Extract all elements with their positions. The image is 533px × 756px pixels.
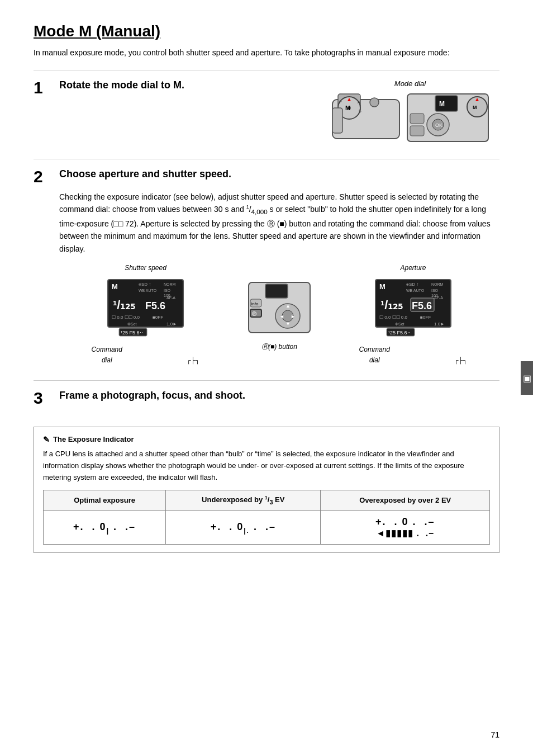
svg-text:►: ► [291, 314, 296, 319]
svg-text:WB AUTO: WB AUTO [406, 289, 425, 292]
step-3-container: 3 Frame a photograph, focus, and shoot. [34, 380, 499, 421]
mode-dial-diagram: M A S P M [321, 91, 499, 144]
svg-text:OK: OK [435, 122, 442, 128]
tab-icon: ▣ [523, 373, 531, 384]
camera-back-view-svg: M M OK [404, 91, 491, 144]
svg-text:✙Set: ✙Set [395, 322, 404, 326]
command-dial-label-right: Commanddial [359, 344, 390, 366]
shutter-display-svg: M ⎈SD ↑ NORM WB AUTO ISO 100 ¹/₁₂₅ F5.6 … [105, 277, 186, 338]
svg-text:WB AUTO: WB AUTO [139, 289, 157, 292]
svg-rect-39 [265, 284, 288, 298]
step-2-container: 2 Choose aperture and shutter speed. Che… [34, 159, 499, 375]
page-number: 71 [491, 730, 499, 739]
svg-text:☐ 0.0 ☐☐ 0.0: ☐ 0.0 ☐☐ 0.0 [112, 315, 140, 320]
svg-text:P: P [339, 100, 342, 104]
tab-indicator: ▣ [521, 361, 533, 395]
svg-text:M: M [345, 105, 350, 111]
page-title: Mode M (Manual) [34, 22, 499, 40]
svg-text:■0FF: ■0FF [420, 315, 431, 320]
svg-text:AF-A: AF-A [166, 296, 175, 300]
shutter-speed-label: Shutter speed [59, 263, 232, 273]
svg-point-9 [370, 98, 379, 107]
svg-text:S: S [359, 109, 361, 113]
svg-text:◄: ◄ [279, 314, 284, 319]
svg-text:NORM: NORM [164, 282, 176, 286]
svg-text:¹/₁₂₅: ¹/₁₂₅ [113, 298, 135, 312]
step-2-number: 2 [34, 168, 50, 185]
svg-text:¹/₁₂₅: ¹/₁₂₅ [380, 298, 403, 312]
svg-text:■0FF: ■0FF [153, 315, 163, 320]
aperture-label: Aperture [327, 263, 499, 273]
aperture-group: Aperture M ⎈SD ↑ NORM WB AUTO ISO 100 ¹/… [327, 263, 499, 366]
svg-text:Info: Info [251, 301, 259, 306]
note-title: ✎ The Exposure Indicator [43, 435, 490, 444]
svg-text:1.0►: 1.0► [434, 322, 445, 327]
svg-text:F5.6: F5.6 [145, 300, 165, 311]
svg-rect-17 [410, 114, 424, 124]
exposure-row: +. . 0| . .– +. . 0|. . .– +. . 0 . .– ◄… [44, 511, 490, 545]
exposure-cell-optimal: +. . 0| . .– [44, 511, 166, 545]
svg-text:A: A [358, 100, 360, 104]
svg-text:⎈SD ↑: ⎈SD ↑ [406, 282, 418, 287]
exposure-cell-over: +. . 0 . .– ◄▮▮▮▮▮ . .– [321, 511, 490, 545]
svg-text:⎈SD ↑: ⎈SD ↑ [139, 282, 151, 287]
step-3-title: Frame a photograph, focus, and shoot. [59, 390, 245, 401]
svg-text:M: M [379, 282, 386, 291]
note-icon: ✎ [43, 435, 50, 444]
aperture-display-svg: M ⎈SD ↑ NORM WB AUTO ISO 100 ¹/₁₂₅ F5.6 … [373, 277, 454, 338]
step-1-title: Rotate the mode dial to M. [59, 79, 184, 91]
svg-text:▲: ▲ [285, 303, 291, 309]
note-text: If a CPU lens is attached and a shutter … [43, 448, 490, 483]
step-3-number: 3 [34, 390, 50, 407]
exposure-table: Optimal exposure Underexposed by 1/3 EV … [43, 490, 490, 545]
note-box: ✎ The Exposure Indicator If a CPU lens i… [34, 427, 499, 553]
svg-text:▼: ▼ [285, 321, 291, 327]
svg-rect-18 [410, 126, 424, 136]
svg-text:¹25 F5.6⋅⋅: ¹25 F5.6⋅⋅ [388, 330, 411, 336]
intro-paragraph: In manual exposure mode, you control bot… [34, 47, 499, 59]
col-header-optimal: Optimal exposure [44, 490, 166, 511]
step-1-container: 1 Rotate the mode dial to M. Mode dial M [34, 70, 499, 153]
step-2-diagrams: Shutter speed M ⎈SD ↑ NORM WB AUTO ISO 1… [59, 263, 499, 366]
svg-text:M: M [439, 100, 445, 108]
col-header-under: Underexposed by 1/3 EV [166, 490, 321, 511]
svg-text:1.0►: 1.0► [166, 322, 177, 327]
svg-text:M: M [112, 282, 118, 291]
svg-text:ISO: ISO [164, 289, 171, 292]
svg-text:F5.6: F5.6 [412, 300, 432, 311]
button-group: Info Ⓡ ▲ ▼ ◄ ► Ⓡ(■) button [243, 263, 316, 353]
exposure-cell-under: +. . 0|. . .– [166, 511, 321, 545]
svg-text:☐ 0.0 ☐☐ 0.0: ☐ 0.0 ☐☐ 0.0 [379, 315, 407, 320]
button-label-text: Ⓡ(■) button [243, 342, 316, 352]
svg-rect-12 [435, 96, 458, 111]
step-2-title: Choose aperture and shutter speed. [59, 168, 231, 180]
svg-text:NORM: NORM [431, 282, 444, 286]
button-camera-svg: Info Ⓡ ▲ ▼ ◄ ► [246, 280, 313, 338]
camera-top-view-svg: M A S P [330, 91, 402, 144]
step-2-body: Checking the exposure indicator (see bel… [59, 191, 499, 366]
svg-text:M: M [473, 105, 477, 110]
svg-text:✙Set: ✙Set [127, 322, 137, 326]
svg-text:ISO: ISO [431, 289, 439, 292]
svg-text:Ⓡ: Ⓡ [252, 311, 257, 316]
svg-text:¹25 F5.6⋅⋅: ¹25 F5.6⋅⋅ [121, 330, 143, 336]
svg-rect-10 [332, 108, 342, 133]
step-1-image-area: Mode dial M A S P [321, 79, 499, 144]
svg-text:AF-A: AF-A [434, 296, 443, 300]
mode-dial-label: Mode dial [321, 79, 499, 88]
step-1-number: 1 [34, 79, 50, 96]
shutter-speed-group: Shutter speed M ⎈SD ↑ NORM WB AUTO ISO 1… [59, 263, 232, 366]
command-dial-label-left: Commanddial [92, 344, 122, 366]
col-header-over: Overexposed by over 2 EV [321, 490, 490, 511]
